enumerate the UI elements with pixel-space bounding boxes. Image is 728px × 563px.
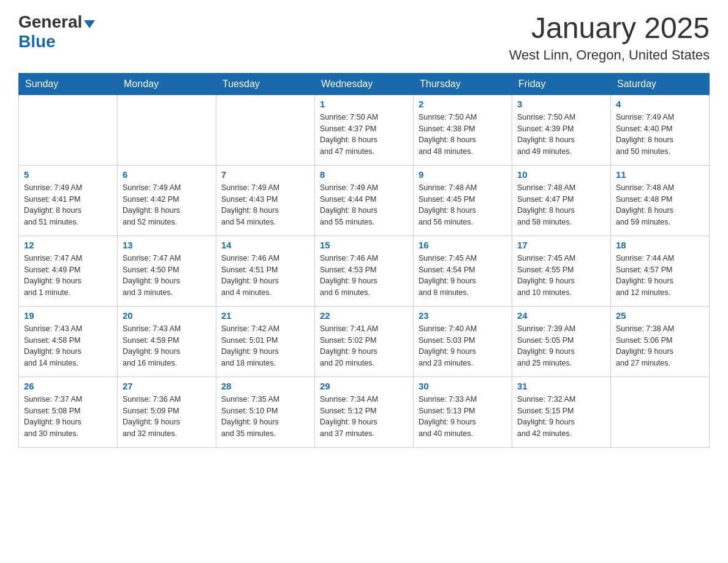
logo-general-text: General [18,12,82,32]
day-info: Sunrise: 7:49 AMSunset: 4:41 PMDaylight:… [24,182,112,228]
day-info: Sunrise: 7:44 AMSunset: 4:57 PMDaylight:… [616,253,704,299]
day-number: 6 [123,169,211,180]
calendar-cell: 31Sunrise: 7:32 AMSunset: 5:15 PMDayligh… [512,377,611,447]
day-info: Sunrise: 7:49 AMSunset: 4:40 PMDaylight:… [616,112,704,158]
day-number: 25 [616,310,704,321]
calendar-cell: 6Sunrise: 7:49 AMSunset: 4:42 PMDaylight… [118,165,216,236]
calendar-cell: 11Sunrise: 7:48 AMSunset: 4:48 PMDayligh… [611,165,710,236]
calendar-header-thursday: Thursday [414,73,512,94]
calendar-cell: 30Sunrise: 7:33 AMSunset: 5:13 PMDayligh… [414,377,512,447]
calendar-cell: 16Sunrise: 7:45 AMSunset: 4:54 PMDayligh… [414,236,512,306]
day-info: Sunrise: 7:47 AMSunset: 4:50 PMDaylight:… [123,253,211,299]
calendar-cell: 25Sunrise: 7:38 AMSunset: 5:06 PMDayligh… [611,306,710,377]
calendar-header-friday: Friday [512,73,611,94]
day-number: 11 [616,169,704,180]
day-number: 1 [320,99,408,109]
day-info: Sunrise: 7:42 AMSunset: 5:01 PMDaylight:… [221,323,309,369]
calendar-header-sunday: Sunday [19,73,118,94]
day-number: 18 [616,240,704,250]
calendar-cell: 19Sunrise: 7:43 AMSunset: 4:58 PMDayligh… [19,306,118,377]
calendar-cell [19,94,118,165]
calendar-cell: 18Sunrise: 7:44 AMSunset: 4:57 PMDayligh… [611,236,710,306]
day-number: 30 [419,381,507,391]
day-info: Sunrise: 7:35 AMSunset: 5:10 PMDaylight:… [221,394,309,440]
day-number: 23 [419,310,507,321]
day-info: Sunrise: 7:48 AMSunset: 4:47 PMDaylight:… [517,182,605,228]
calendar-header-tuesday: Tuesday [216,73,315,94]
day-info: Sunrise: 7:45 AMSunset: 4:55 PMDaylight:… [517,253,605,299]
day-number: 17 [517,240,605,250]
day-number: 19 [24,310,112,321]
day-info: Sunrise: 7:40 AMSunset: 5:03 PMDaylight:… [419,323,507,369]
calendar-cell: 17Sunrise: 7:45 AMSunset: 4:55 PMDayligh… [512,236,611,306]
calendar-cell: 21Sunrise: 7:42 AMSunset: 5:01 PMDayligh… [216,306,315,377]
day-info: Sunrise: 7:39 AMSunset: 5:05 PMDaylight:… [517,323,605,369]
day-info: Sunrise: 7:48 AMSunset: 4:48 PMDaylight:… [616,182,704,228]
subtitle: West Linn, Oregon, United States [509,47,710,63]
calendar-week-row: 26Sunrise: 7:37 AMSunset: 5:08 PMDayligh… [19,377,710,447]
day-info: Sunrise: 7:45 AMSunset: 4:54 PMDaylight:… [419,253,507,299]
logo: General Blue [18,12,95,52]
calendar-cell: 29Sunrise: 7:34 AMSunset: 5:12 PMDayligh… [315,377,414,447]
calendar-cell: 22Sunrise: 7:41 AMSunset: 5:02 PMDayligh… [315,306,414,377]
calendar-header-saturday: Saturday [611,73,710,94]
day-number: 22 [320,310,408,321]
day-info: Sunrise: 7:41 AMSunset: 5:02 PMDaylight:… [320,323,408,369]
calendar-cell: 14Sunrise: 7:46 AMSunset: 4:51 PMDayligh… [216,236,315,306]
day-number: 15 [320,240,408,250]
calendar-cell: 13Sunrise: 7:47 AMSunset: 4:50 PMDayligh… [118,236,216,306]
day-number: 9 [419,169,507,180]
day-number: 31 [517,381,605,391]
day-number: 21 [221,310,309,321]
day-number: 26 [24,381,112,391]
day-number: 14 [221,240,309,250]
calendar-table: SundayMondayTuesdayWednesdayThursdayFrid… [18,73,710,448]
day-number: 24 [517,310,605,321]
day-number: 29 [320,381,408,391]
calendar-week-row: 5Sunrise: 7:49 AMSunset: 4:41 PMDaylight… [19,165,710,236]
title-block: January 2025 West Linn, Oregon, United S… [509,12,710,63]
day-number: 3 [517,99,605,109]
calendar-cell: 24Sunrise: 7:39 AMSunset: 5:05 PMDayligh… [512,306,611,377]
calendar-cell: 7Sunrise: 7:49 AMSunset: 4:43 PMDaylight… [216,165,315,236]
day-number: 10 [517,169,605,180]
calendar-cell [216,94,315,165]
calendar-header-wednesday: Wednesday [315,73,414,94]
day-number: 8 [320,169,408,180]
calendar-week-row: 12Sunrise: 7:47 AMSunset: 4:49 PMDayligh… [19,236,710,306]
calendar-cell: 2Sunrise: 7:50 AMSunset: 4:38 PMDaylight… [414,94,512,165]
day-number: 27 [123,381,211,391]
calendar-week-row: 19Sunrise: 7:43 AMSunset: 4:58 PMDayligh… [19,306,710,377]
calendar-cell: 9Sunrise: 7:48 AMSunset: 4:45 PMDaylight… [414,165,512,236]
logo-triangle-icon [84,20,95,28]
calendar-cell: 5Sunrise: 7:49 AMSunset: 4:41 PMDaylight… [19,165,118,236]
logo-blue-text: Blue [18,32,56,51]
day-info: Sunrise: 7:49 AMSunset: 4:43 PMDaylight:… [221,182,309,228]
main-title: January 2025 [509,12,710,45]
day-info: Sunrise: 7:43 AMSunset: 4:58 PMDaylight:… [24,323,112,369]
calendar-cell: 10Sunrise: 7:48 AMSunset: 4:47 PMDayligh… [512,165,611,236]
calendar-cell: 4Sunrise: 7:49 AMSunset: 4:40 PMDaylight… [611,94,710,165]
calendar-cell: 1Sunrise: 7:50 AMSunset: 4:37 PMDaylight… [315,94,414,165]
day-info: Sunrise: 7:49 AMSunset: 4:44 PMDaylight:… [320,182,408,228]
day-number: 2 [419,99,507,109]
page-header: General Blue January 2025 West Linn, Ore… [18,12,710,63]
calendar-cell: 27Sunrise: 7:36 AMSunset: 5:09 PMDayligh… [118,377,216,447]
day-info: Sunrise: 7:50 AMSunset: 4:38 PMDaylight:… [419,112,507,158]
calendar-header-row: SundayMondayTuesdayWednesdayThursdayFrid… [19,73,710,94]
calendar-cell [118,94,216,165]
calendar-header-monday: Monday [118,73,216,94]
day-info: Sunrise: 7:38 AMSunset: 5:06 PMDaylight:… [616,323,704,369]
day-number: 28 [221,381,309,391]
day-info: Sunrise: 7:46 AMSunset: 4:53 PMDaylight:… [320,253,408,299]
day-number: 20 [123,310,211,321]
calendar-cell: 20Sunrise: 7:43 AMSunset: 4:59 PMDayligh… [118,306,216,377]
day-info: Sunrise: 7:34 AMSunset: 5:12 PMDaylight:… [320,394,408,440]
day-info: Sunrise: 7:32 AMSunset: 5:15 PMDaylight:… [517,394,605,440]
day-number: 12 [24,240,112,250]
day-info: Sunrise: 7:43 AMSunset: 4:59 PMDaylight:… [123,323,211,369]
day-info: Sunrise: 7:46 AMSunset: 4:51 PMDaylight:… [221,253,309,299]
calendar-cell [611,377,710,447]
day-info: Sunrise: 7:48 AMSunset: 4:45 PMDaylight:… [419,182,507,228]
day-info: Sunrise: 7:50 AMSunset: 4:39 PMDaylight:… [517,112,605,158]
